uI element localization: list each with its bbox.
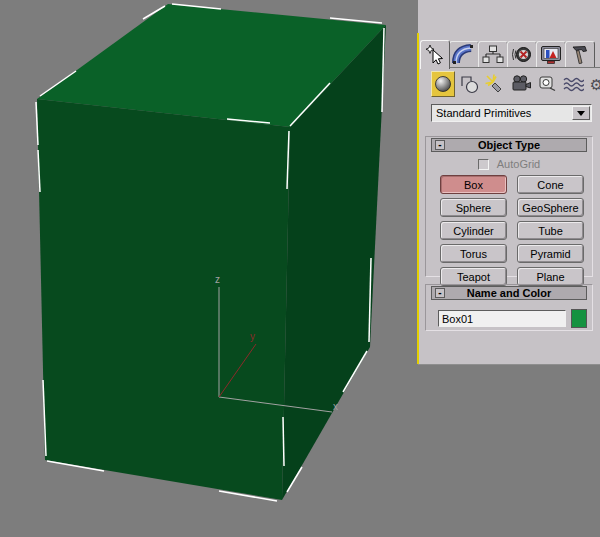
lights-icon: [484, 73, 506, 95]
utilities-tab-icon: [568, 44, 592, 66]
create-category-row: ⚙⚙: [431, 71, 600, 98]
active-viewport-border: [417, 33, 419, 364]
application-window: z y x: [0, 0, 600, 537]
geosphere-button[interactable]: GeoSphere: [517, 198, 584, 217]
tab-modify[interactable]: [449, 41, 479, 67]
box-front-face[interactable]: [37, 99, 290, 500]
command-panel-tabs: [420, 40, 600, 68]
category-lights[interactable]: [483, 71, 507, 97]
object-type-button-grid: Box Cone Sphere GeoSphere Cylinder Tube …: [440, 175, 592, 286]
category-systems[interactable]: ⚙⚙: [587, 71, 600, 97]
hierarchy-tab-icon: [481, 44, 505, 66]
subcategory-dropdown[interactable]: Standard Primitives: [431, 104, 592, 122]
collapse-button[interactable]: -: [435, 140, 445, 150]
subcategory-dropdown-value: Standard Primitives: [436, 107, 531, 119]
category-shapes[interactable]: [457, 71, 481, 97]
object-name-input[interactable]: [438, 310, 566, 327]
torus-button[interactable]: Torus: [440, 244, 507, 263]
category-cameras[interactable]: [509, 71, 533, 97]
name-color-rollout-title: Name and Color: [467, 287, 551, 299]
create-tab-icon: [423, 44, 447, 66]
systems-icon: ⚙⚙: [590, 77, 600, 92]
y-axis-label: y: [250, 331, 255, 342]
collapse-button[interactable]: -: [435, 288, 445, 298]
modify-tab-icon: [452, 44, 476, 66]
tab-hierarchy[interactable]: [478, 41, 508, 67]
category-geometry[interactable]: [431, 71, 455, 97]
object-type-rollout-title: Object Type: [478, 139, 540, 151]
chevron-down-icon: [577, 111, 585, 116]
tab-utilities[interactable]: [565, 41, 595, 67]
cone-button[interactable]: Cone: [517, 175, 584, 194]
helpers-icon: [537, 74, 557, 94]
category-helpers[interactable]: [535, 71, 559, 97]
tab-motion[interactable]: [507, 41, 537, 67]
geometry-sphere-icon: [434, 75, 452, 93]
autogrid-row: AutoGrid: [426, 157, 592, 171]
box-button[interactable]: Box: [440, 175, 507, 194]
tab-create[interactable]: [420, 40, 450, 69]
name-color-rollout: - Name and Color: [425, 284, 593, 331]
category-space-warps[interactable]: [561, 71, 585, 97]
tab-display[interactable]: [536, 41, 566, 67]
x-axis-label: x: [333, 401, 338, 412]
object-type-rollout: - Object Type AutoGrid Box Cone Sphere G…: [425, 136, 593, 277]
dropdown-arrow-button[interactable]: [572, 106, 590, 120]
object-color-swatch[interactable]: [571, 309, 587, 328]
object-type-rollout-header[interactable]: - Object Type: [431, 138, 587, 152]
shapes-icon: [459, 74, 479, 94]
display-tab-icon: [539, 44, 563, 66]
sphere-button[interactable]: Sphere: [440, 198, 507, 217]
motion-tab-icon: [510, 44, 534, 66]
pyramid-button[interactable]: Pyramid: [517, 244, 584, 263]
name-color-rollout-header[interactable]: - Name and Color: [431, 286, 587, 300]
cameras-icon: [509, 74, 533, 94]
command-panel: ⚙⚙ Standard Primitives - Object Type Aut…: [418, 0, 600, 365]
z-axis-label: z: [215, 274, 220, 285]
space-warps-icon: [562, 75, 584, 93]
cylinder-button[interactable]: Cylinder: [440, 221, 507, 240]
tube-button[interactable]: Tube: [517, 221, 584, 240]
name-color-row: [438, 309, 592, 328]
autogrid-checkbox[interactable]: [478, 159, 489, 170]
autogrid-label: AutoGrid: [497, 158, 540, 170]
